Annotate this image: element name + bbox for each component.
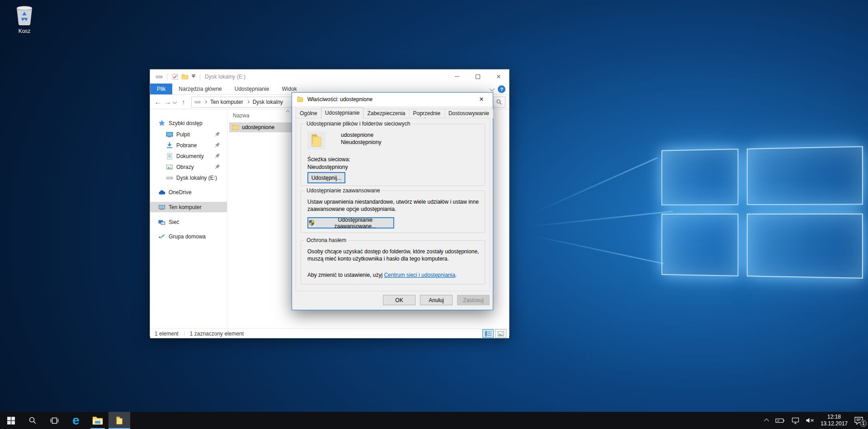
ok-button[interactable]: OK <box>383 295 415 305</box>
taskbar-edge-button[interactable]: e <box>65 412 87 429</box>
wallpaper-light-beam <box>533 157 657 214</box>
sidebar-item-label: Pobrane <box>176 142 197 149</box>
up-button[interactable]: ↑ <box>179 98 189 106</box>
share-button[interactable]: Udostępnij... <box>307 172 345 183</box>
taskbar-file-explorer-button[interactable] <box>87 412 108 429</box>
sidebar-item-network[interactable]: Sieć <box>150 217 227 227</box>
sidebar-item-this-pc[interactable]: Ten komputer <box>150 202 227 212</box>
tab-general[interactable]: Ogólne <box>296 109 321 118</box>
sidebar-item-homegroup[interactable]: Grupa domowa <box>150 231 227 242</box>
recent-locations-chevron-icon[interactable] <box>173 100 177 104</box>
hint-prefix: Aby zmienić to ustawienie, użyj <box>307 272 384 278</box>
recycle-bin-desktop-icon[interactable]: Kosz <box>7 4 42 34</box>
task-view-button[interactable] <box>43 412 65 429</box>
taskbar-clock[interactable]: 12:18 13.12.2017 <box>821 414 848 427</box>
maximize-icon <box>476 75 480 79</box>
dialog-close-button[interactable]: × <box>475 93 488 106</box>
details-view-button[interactable] <box>482 329 494 338</box>
network-center-link[interactable]: Centrum sieci i udostępniania <box>384 272 455 278</box>
dialog-titlebar[interactable]: Właściwości: udostepnione × <box>292 93 493 106</box>
sidebar-item-label: Grupa domowa <box>169 233 206 240</box>
tab-previous-versions[interactable]: Poprzednie wersje <box>409 109 445 118</box>
sidebar-item-local-disk-e[interactable]: Dysk lokalny (E:) <box>150 173 227 183</box>
folder-icon <box>232 124 239 131</box>
taskbar-search-button[interactable] <box>22 412 43 429</box>
divider <box>167 73 167 80</box>
group-title: Ochrona hasłem <box>305 237 348 243</box>
advanced-sharing-description: Ustaw uprawnienia niestandardowe, utwórz… <box>307 198 480 213</box>
drive-icon <box>194 99 201 105</box>
divider <box>200 73 200 80</box>
customize-toolbar-dropdown-icon[interactable] <box>192 76 195 78</box>
new-folder-quick-access-icon[interactable] <box>181 73 189 80</box>
group-title: Udostępnianie plików i folderów sieciowy… <box>305 121 412 127</box>
cancel-button[interactable]: Anuluj <box>420 295 453 305</box>
thumbnail-view-button[interactable] <box>495 329 506 338</box>
ribbon-tab-file[interactable]: Plik <box>150 84 172 94</box>
desktop-icon <box>166 131 173 138</box>
close-button[interactable]: × <box>488 70 509 84</box>
desktop: Kosz Dysk lokalny (E:) × <box>0 0 868 429</box>
status-selection-count: 1 zaznaczony element <box>190 331 244 337</box>
shared-folder-icon-well <box>307 131 326 149</box>
ribbon-tab-share[interactable]: Udostępnianie <box>228 84 276 94</box>
help-icon[interactable]: ? <box>498 85 505 93</box>
sidebar-item-quick-access[interactable]: Szybki dostęp <box>150 118 227 128</box>
minimize-button[interactable] <box>447 70 467 84</box>
wallpaper-light-beam <box>529 211 673 227</box>
advanced-sharing-button[interactable]: Udostępnianie zaawansowane... <box>307 217 394 228</box>
window-title: Dysk lokalny (E:) <box>205 74 245 80</box>
properties-quick-access-icon[interactable] <box>171 73 179 80</box>
tray-expand-chevron-icon[interactable] <box>765 419 769 422</box>
breadcrumb-item-drive[interactable]: Dysk lokalny <box>253 99 283 105</box>
sidebar-item-pictures[interactable]: Obrazy <box>150 162 227 172</box>
password-protection-group: Ochrona hasłem Osoby chcące uzyskać dost… <box>301 240 485 284</box>
password-change-hint: Aby zmienić to ustawienie, użyj Centrum … <box>307 271 484 279</box>
windows-logo-wallpaper <box>661 146 868 286</box>
minimize-icon <box>455 76 459 77</box>
forward-button[interactable]: → <box>163 98 173 106</box>
breadcrumb-item-computer[interactable]: Ten komputer <box>210 99 243 105</box>
tab-customize[interactable]: Dostosowywanie <box>444 109 493 118</box>
sidebar-item-label: Ten komputer <box>169 204 202 210</box>
ribbon-expand-chevron-icon[interactable] <box>490 86 495 91</box>
start-button[interactable] <box>0 412 22 429</box>
password-protection-description: Osoby chcące uzyskać dostęp do folderów,… <box>307 248 480 262</box>
sidebar-item-label: Sieć <box>169 219 179 225</box>
dialog-tabstrip: Ogólne Udostępnianie Zabezpieczenia Popr… <box>296 109 493 118</box>
windows-start-icon <box>7 417 15 424</box>
ribbon-tab-home[interactable]: Narzędzia główne <box>172 84 228 94</box>
taskbar: e 12:18 13.12.2017 1 <box>0 412 868 429</box>
explorer-titlebar[interactable]: Dysk lokalny (E:) × <box>150 70 509 84</box>
column-header-name[interactable]: Nazwa <box>233 112 250 119</box>
sidebar-item-label: Szybki dostęp <box>169 120 203 126</box>
tab-sharing[interactable]: Udostępnianie <box>321 107 364 119</box>
taskbar-folder-window-button[interactable] <box>108 412 130 429</box>
clock-date: 13.12.2017 <box>821 420 848 427</box>
file-row-udostepnione[interactable]: udostepnione <box>229 122 293 132</box>
tab-security[interactable]: Zabezpieczenia <box>363 109 409 118</box>
apply-button[interactable]: Zastosuj <box>457 295 490 305</box>
wallpaper-light-beam <box>531 235 664 264</box>
homegroup-icon <box>158 233 165 240</box>
network-path-label: Ścieżka sieciowa: <box>307 156 350 163</box>
sidebar-item-onedrive[interactable]: OneDrive <box>150 187 227 197</box>
file-explorer-icon <box>92 416 103 425</box>
clock-time: 12:18 <box>821 414 848 420</box>
action-center-button[interactable]: 1 <box>854 416 863 425</box>
search-icon <box>496 99 502 105</box>
maximize-button[interactable] <box>467 70 488 84</box>
onedrive-cloud-icon <box>158 189 165 196</box>
pin-icon <box>214 142 221 148</box>
sidebar-item-desktop[interactable]: Pulpit <box>150 129 227 140</box>
advanced-sharing-group: Udostępnianie zaawansowane Ustaw uprawni… <box>301 191 485 233</box>
network-tray-icon[interactable] <box>792 417 799 424</box>
thumbnail-view-icon <box>498 331 504 336</box>
notification-badge: 1 <box>860 420 867 427</box>
battery-icon[interactable] <box>775 418 785 424</box>
back-button[interactable]: ← <box>153 98 163 106</box>
volume-muted-icon[interactable] <box>806 417 814 424</box>
sidebar-item-documents[interactable]: Dokumenty <box>150 151 227 161</box>
edge-icon: e <box>72 414 80 427</box>
sidebar-item-downloads[interactable]: Pobrane <box>150 140 227 150</box>
